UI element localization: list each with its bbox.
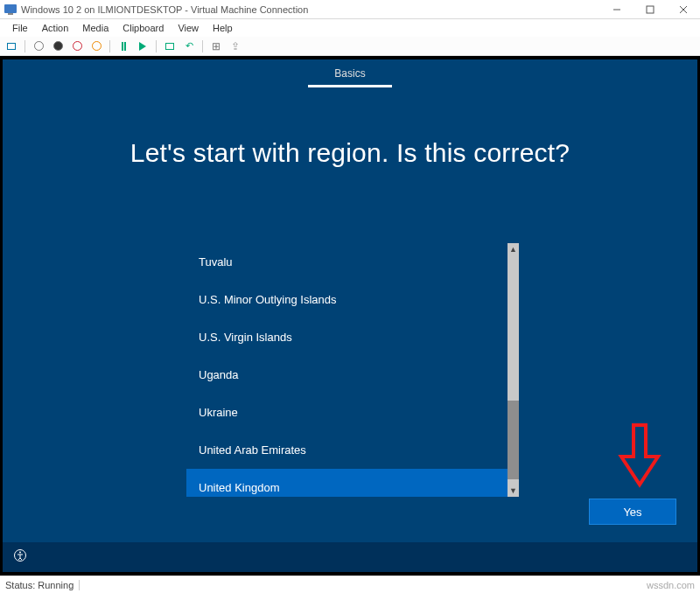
scroll-thumb[interactable] bbox=[508, 401, 519, 479]
oobe-heading: Let's start with region. Is this correct… bbox=[3, 138, 697, 168]
close-button[interactable] bbox=[667, 0, 700, 18]
svg-rect-1 bbox=[8, 13, 13, 15]
scroll-up-button[interactable]: ▲ bbox=[508, 243, 519, 255]
menu-media[interactable]: Media bbox=[75, 21, 116, 35]
svg-rect-0 bbox=[4, 4, 17, 13]
menu-clipboard[interactable]: Clipboard bbox=[116, 21, 171, 35]
yes-button[interactable]: Yes bbox=[589, 499, 676, 525]
region-item[interactable]: Uganda bbox=[186, 356, 508, 394]
menubar: File Action Media Clipboard View Help bbox=[0, 19, 700, 37]
vm-display: Basics Let's start with region. Is this … bbox=[0, 56, 700, 576]
status-text: Status: Running bbox=[5, 580, 74, 590]
watermark-text: wssdn.com bbox=[647, 580, 695, 590]
tab-basics[interactable]: Basics bbox=[308, 62, 391, 87]
menu-file[interactable]: File bbox=[5, 21, 35, 35]
region-item[interactable]: U.S. Virgin Islands bbox=[186, 318, 508, 356]
region-item-selected[interactable]: United Kingdom bbox=[186, 469, 508, 497]
region-item[interactable]: United Arab Emirates bbox=[186, 431, 508, 469]
ctrl-alt-del-button[interactable] bbox=[4, 38, 19, 54]
region-scrollbar[interactable]: ▲ ▼ bbox=[508, 243, 519, 497]
maximize-button[interactable] bbox=[634, 0, 667, 18]
enhanced-session-button[interactable]: ⊞ bbox=[208, 38, 224, 54]
oobe-tabs: Basics bbox=[3, 59, 697, 87]
window-title: Windows 10 2 on ILMIONTDESKTOP - Virtual… bbox=[21, 4, 600, 15]
app-icon bbox=[4, 3, 18, 17]
region-list[interactable]: Tuvalu U.S. Minor Outlying Islands U.S. … bbox=[186, 243, 508, 497]
toolbar-separator bbox=[109, 40, 110, 52]
accessibility-icon[interactable] bbox=[13, 548, 27, 566]
toolbar-separator bbox=[156, 40, 157, 52]
menu-action[interactable]: Action bbox=[35, 21, 76, 35]
region-item[interactable]: U.S. Minor Outlying Islands bbox=[186, 281, 508, 318]
region-item[interactable]: Ukraine bbox=[186, 394, 508, 431]
menu-help[interactable]: Help bbox=[206, 21, 240, 35]
revert-button[interactable]: ↶ bbox=[181, 38, 197, 54]
statusbar-separator bbox=[79, 580, 80, 590]
svg-point-7 bbox=[19, 552, 21, 554]
toolbar-separator bbox=[202, 40, 203, 52]
window-titlebar: Windows 10 2 on ILMIONTDESKTOP - Virtual… bbox=[0, 0, 700, 19]
turnoff-button[interactable] bbox=[50, 38, 66, 54]
share-button[interactable]: ⇪ bbox=[228, 38, 243, 54]
region-list-container: Tuvalu U.S. Minor Outlying Islands U.S. … bbox=[186, 243, 519, 497]
checkpoint-button[interactable] bbox=[162, 38, 178, 54]
oobe-footer bbox=[3, 542, 697, 572]
save-button[interactable] bbox=[88, 38, 104, 54]
scroll-down-button[interactable]: ▼ bbox=[508, 485, 519, 497]
window-controls bbox=[600, 0, 700, 18]
region-item[interactable]: Tuvalu bbox=[186, 243, 508, 281]
reset-button[interactable] bbox=[135, 38, 150, 54]
svg-rect-3 bbox=[647, 6, 654, 13]
shutdown-button[interactable] bbox=[69, 38, 85, 54]
menu-view[interactable]: View bbox=[171, 21, 206, 35]
oobe-screen[interactable]: Basics Let's start with region. Is this … bbox=[3, 59, 697, 572]
minimize-button[interactable] bbox=[600, 0, 634, 18]
pause-button[interactable] bbox=[116, 38, 131, 54]
start-button[interactable] bbox=[31, 38, 46, 54]
toolbar: ↶ ⊞ ⇪ bbox=[0, 37, 700, 56]
statusbar: Status: Running wssdn.com bbox=[0, 576, 700, 593]
toolbar-separator bbox=[24, 40, 25, 52]
